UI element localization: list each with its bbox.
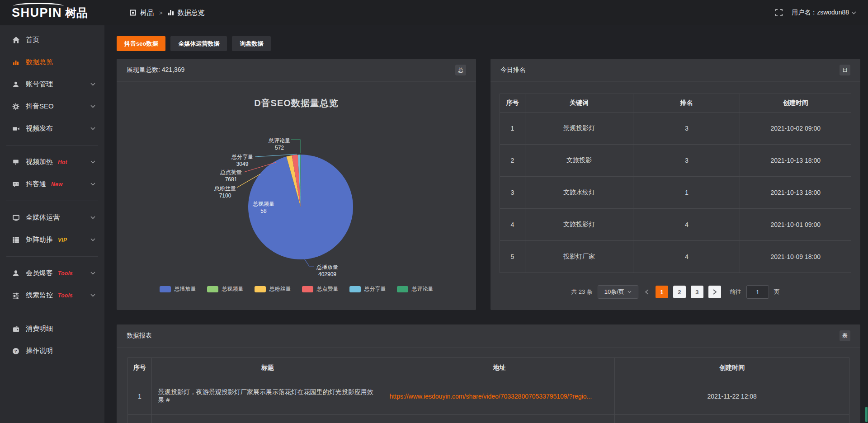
cell-created: 2021-10-02 09:00 [740,113,851,145]
pie-callout-label: 总分享量3049 [231,153,253,168]
cell-created: 2021-10-09 18:00 [740,241,851,273]
chevron-down-icon [90,183,95,186]
col-header-title: 标题 [151,358,384,378]
tab-inquiry-data[interactable]: 询盘数据 [232,36,271,51]
chat-bubble-icon [12,181,20,188]
prev-page-button[interactable] [645,289,649,295]
today-rank-panel: 今日排名 日 序号 关键词 排名 创建时间 1 景观投影灯 [491,59,860,310]
chevron-down-icon [90,272,95,275]
breadcrumb-root[interactable]: 树品 [140,9,154,17]
sidebar-item-label: 会员爆客 [26,269,53,277]
tab-douyin-seo-data[interactable]: 抖音seo数据 [117,36,165,51]
cell-keyword: 景观投影灯 [525,113,633,145]
table-mode-badge[interactable]: 表 [840,330,850,341]
next-page-button[interactable] [708,286,721,298]
fullscreen-icon[interactable] [775,9,783,16]
sidebar-item-help[interactable]: ? 操作说明 [0,340,104,362]
monitor-icon [12,214,20,221]
goto-page-input[interactable] [746,285,769,299]
sidebar-item-video-heat[interactable]: 视频加热 Hot [0,151,104,173]
table-row: 1 景观投影灯，夜游景观投影灯厂家展示展示落花灯在花园里的灯光投影应用效果 # … [128,378,849,415]
tools-badge: Tools [58,292,73,299]
pie-callout-line [304,258,314,266]
person-icon [12,270,20,277]
legend-item-总点赞量[interactable]: 总点赞量 [302,285,339,293]
sidebar-item-douyin-seo[interactable]: 抖音SEO [0,95,104,118]
page-size-select[interactable]: 10条/页 [598,285,638,299]
sidebar-item-expense-detail[interactable]: 消费明细 [0,318,104,340]
page-button-1[interactable]: 1 [656,286,668,298]
sidebar-item-data-overview[interactable]: 数据总览 [0,51,104,73]
goto-label: 前往 [730,288,741,296]
sidebar-item-matrix-boost[interactable]: 矩阵助推 VIP [0,229,104,251]
legend-item-总播放量[interactable]: 总播放量 [160,285,196,293]
bar-chart-icon [12,59,20,66]
table-row: 2 文旅投影 3 2021-10-13 18:00 [500,145,851,177]
hot-badge: Hot [58,159,67,165]
video-link[interactable]: https://www.iesdouyin.com/share/video/70… [384,378,615,415]
breadcrumb: 树品 > 数据总览 [130,9,205,17]
sidebar-item-video-publish[interactable]: 视频发布 [0,118,104,140]
scrollbar-thumb[interactable] [865,407,868,422]
page-button-2[interactable]: 2 [673,286,686,298]
sidebar-item-label: 抖音SEO [26,102,54,111]
logo: SHUPIN 树品 [0,7,104,19]
chevron-down-icon [627,291,632,293]
cell-created: 2021-10-01 09:00 [740,209,851,241]
legend-swatch [349,286,361,292]
legend-item-总粉丝量[interactable]: 总粉丝量 [255,285,291,293]
data-report-table: 序号 标题 地址 创建时间 1 景观投影灯，夜游景观投影灯厂家展示展示落花灯在花… [127,357,849,423]
cell-index: 5 [500,241,525,273]
col-header-index: 序号 [500,94,525,113]
table-row: 3 文旅水纹灯 1 2021-10-13 18:00 [500,177,851,209]
sidebar-item-account[interactable]: 账号管理 [0,73,104,95]
sliders-icon [12,292,20,299]
day-mode-badge[interactable]: 日 [840,65,850,75]
sidebar-item-label: 操作说明 [26,347,53,355]
rank-panel-title: 今日排名 [500,66,526,74]
chevron-down-icon [90,105,95,108]
col-header-created: 创建时间 [615,358,849,378]
sidebar-item-home[interactable]: 首页 [0,29,104,51]
signboard-icon [12,159,20,166]
tools-badge: Tools [58,270,73,277]
breadcrumb-current[interactable]: 数据总览 [178,9,205,17]
breadcrumb-separator: > [159,9,163,16]
sidebar-item-label: 矩阵助推 [26,235,53,244]
pie-callout-label: 总点赞量7681 [220,169,242,183]
module-icon [130,9,136,16]
svg-text:?: ? [14,348,17,353]
sidebar-item-label: 抖客通 [26,180,46,188]
sidebar-item-member-burst[interactable]: 会员爆客 Tools [0,262,104,284]
legend-item-总评论量[interactable]: 总评论量 [397,285,434,293]
cell-title: 景观投影灯，夜游景观投影灯厂家展示展示落花灯在花园里的灯光投影应用效果 # [151,378,384,415]
user-menu[interactable]: 用户名：zswodun88 [792,9,856,17]
logo-text: SHUPIN [12,7,62,19]
col-header-index: 序号 [128,358,152,378]
grid-icon [12,236,20,244]
main-content: 抖音seo数据 全媒体运营数据 询盘数据 展现量总数: 421,369 总 D音… [104,25,868,423]
cell-rank: 3 [633,145,740,177]
sidebar-item-lead-monitor[interactable]: 线索监控 Tools [0,284,104,306]
total-count-label: 共 23 条 [571,288,593,296]
legend-item-总分享量[interactable]: 总分享量 [349,285,386,293]
sidebar-item-douketong[interactable]: 抖客通 New [0,173,104,195]
pie-callout-label: 总评论量572 [269,137,290,151]
cell-keyword: 文旅水纹灯 [525,177,633,209]
legend-item-总视频量[interactable]: 总视频量 [207,285,244,293]
new-badge: New [51,181,63,188]
legend-swatch [207,286,218,292]
page-button-3[interactable]: 3 [691,286,703,298]
col-header-created: 创建时间 [740,94,851,113]
pie-chart [117,82,476,310]
tab-media-ops-data[interactable]: 全媒体运营数据 [170,36,227,51]
sidebar-item-label: 视频加热 [26,158,53,166]
app-root: SHUPIN 树品 树品 > 数据总览 用户名：zswodun88 [0,0,868,423]
table-row: 1 景观投影灯 3 2021-10-02 09:00 [500,113,851,145]
total-mode-badge[interactable]: 总 [455,65,466,75]
page-size-value: 10条/页 [604,288,624,296]
chevron-down-icon [90,238,95,241]
data-report-panel: 数据报表 表 序号 标题 地址 创建时间 1 景观投影灯，夜游景观投影灯厂 [117,324,860,423]
sidebar-item-media-ops[interactable]: 全媒体运营 [0,207,104,229]
report-panel-title: 数据报表 [127,332,152,340]
